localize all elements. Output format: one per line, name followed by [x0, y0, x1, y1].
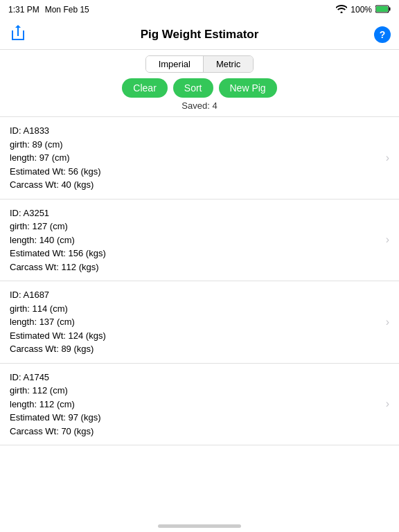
- svg-rect-2: [376, 6, 388, 12]
- home-indicator: [158, 524, 241, 528]
- new-pig-button[interactable]: New Pig: [219, 78, 277, 98]
- battery-icon: [375, 5, 391, 15]
- pig-length: length: 137 (cm): [10, 315, 106, 329]
- unit-segmented-control[interactable]: Imperial Metric: [145, 55, 254, 73]
- pig-length: length: 140 (cm): [10, 233, 106, 247]
- pig-est-wt: Estimated Wt: 156 (kgs): [10, 247, 106, 260]
- pig-carcass-wt: Carcass Wt: 40 (kgs): [10, 178, 100, 192]
- pig-girth: girth: 127 (cm): [10, 220, 106, 233]
- pig-id: ID: A1833: [10, 124, 100, 138]
- saved-count: Saved: 4: [181, 100, 217, 111]
- status-date: Mon Feb 15: [45, 5, 89, 15]
- pig-carcass-wt: Carcass Wt: 112 (kgs): [10, 260, 106, 274]
- chevron-right-icon: ›: [386, 398, 389, 410]
- pig-length: length: 97 (cm): [10, 151, 100, 165]
- pig-est-wt: Estimated Wt: 56 (kgs): [10, 165, 100, 179]
- pig-info: ID: A1745 girth: 112 (cm) length: 112 (c…: [10, 371, 100, 438]
- pig-list-item[interactable]: ID: A3251 girth: 127 (cm) length: 140 (c…: [0, 200, 399, 282]
- battery-text: 100%: [351, 5, 372, 15]
- toolbar: Imperial Metric Clear Sort New Pig Saved…: [0, 50, 399, 117]
- pig-id: ID: A1745: [10, 371, 100, 384]
- pig-girth: girth: 114 (cm): [10, 302, 106, 316]
- nav-bar: Pig Weight Estimator ?: [0, 19, 399, 50]
- help-button[interactable]: ?: [374, 26, 391, 43]
- chevron-right-icon: ›: [386, 152, 389, 164]
- wifi-icon: [336, 5, 347, 15]
- sort-button[interactable]: Sort: [173, 78, 213, 98]
- share-button[interactable]: [8, 22, 28, 46]
- pig-girth: girth: 112 (cm): [10, 384, 100, 398]
- pig-list: ID: A1833 girth: 89 (cm) length: 97 (cm)…: [0, 117, 399, 445]
- pig-info: ID: A1833 girth: 89 (cm) length: 97 (cm)…: [10, 124, 100, 192]
- pig-list-item[interactable]: ID: A1687 girth: 114 (cm) length: 137 (c…: [0, 281, 399, 364]
- pig-list-item[interactable]: ID: A1745 girth: 112 (cm) length: 112 (c…: [0, 364, 399, 446]
- pig-est-wt: Estimated Wt: 124 (kgs): [10, 329, 106, 343]
- metric-option[interactable]: Metric: [204, 56, 253, 72]
- pig-info: ID: A1687 girth: 114 (cm) length: 137 (c…: [10, 288, 106, 356]
- pig-girth: girth: 89 (cm): [10, 138, 100, 152]
- svg-rect-1: [389, 7, 391, 10]
- status-time: 1:31 PM: [8, 5, 39, 15]
- imperial-option[interactable]: Imperial: [146, 56, 203, 72]
- chevron-right-icon: ›: [386, 233, 389, 246]
- action-buttons: Clear Sort New Pig: [122, 78, 276, 98]
- pig-info: ID: A3251 girth: 127 (cm) length: 140 (c…: [10, 206, 106, 274]
- chevron-right-icon: ›: [386, 316, 389, 328]
- pig-carcass-wt: Carcass Wt: 70 (kgs): [10, 425, 100, 438]
- page-title: Pig Weight Estimator: [141, 28, 259, 42]
- status-bar: 1:31 PM Mon Feb 15 100%: [0, 0, 399, 19]
- pig-id: ID: A3251: [10, 206, 106, 220]
- pig-carcass-wt: Carcass Wt: 89 (kgs): [10, 342, 106, 356]
- pig-est-wt: Estimated Wt: 97 (kgs): [10, 411, 100, 425]
- pig-length: length: 112 (cm): [10, 398, 100, 411]
- pig-list-item[interactable]: ID: A1833 girth: 89 (cm) length: 97 (cm)…: [0, 117, 399, 200]
- clear-button[interactable]: Clear: [122, 78, 167, 98]
- pig-id: ID: A1687: [10, 288, 106, 302]
